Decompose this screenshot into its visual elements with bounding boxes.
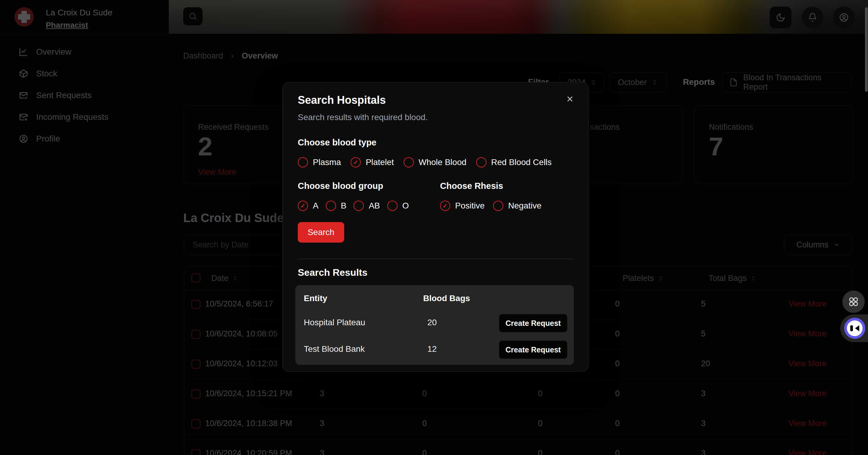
apps-grid-fab[interactable]: [842, 290, 865, 313]
radio-red-blood-cells[interactable]: ✓ Red Blood Cells: [476, 157, 552, 167]
result-entity: Hospital Plateau: [304, 318, 365, 328]
search-results-title: Search Results: [298, 267, 367, 278]
radio-circle-icon: ✓: [387, 201, 398, 211]
results-header-entity: Entity: [304, 293, 327, 303]
radio-checked-icon: ✓: [440, 201, 450, 211]
create-request-button[interactable]: Create Request: [499, 341, 567, 359]
result-blood-bags: 20: [427, 318, 437, 328]
search-results-panel: Entity Blood Bags Hospital Plateau 20 Cr…: [296, 285, 574, 365]
blood-group-label: Choose blood group: [298, 181, 383, 191]
result-entity: Test Blood Bank: [304, 344, 365, 354]
rhesis-label: Choose Rhesis: [440, 181, 503, 191]
blood-type-label: Choose blood type: [298, 138, 376, 147]
radio-label: Negative: [508, 201, 541, 210]
rhesis-options: ✓ Positive ✓ Negative: [440, 201, 541, 211]
close-icon[interactable]: [565, 94, 575, 104]
radio-circle-icon: ✓: [298, 157, 308, 167]
radio-circle-icon: ✓: [404, 157, 414, 167]
radio-plasma[interactable]: ✓ Plasma: [298, 157, 341, 167]
chat-widget-button[interactable]: [840, 314, 868, 342]
create-request-button[interactable]: Create Request: [499, 314, 567, 332]
radio-negative[interactable]: ✓ Negative: [493, 201, 541, 211]
radio-label: Plasma: [313, 158, 341, 167]
chatbot-face-icon: [844, 318, 865, 339]
radio-group-a[interactable]: ✓ A: [298, 201, 318, 211]
radio-platelet[interactable]: ✓ Platelet: [350, 157, 394, 167]
radio-group-o[interactable]: ✓ O: [387, 201, 409, 211]
results-header-blood-bags: Blood Bags: [423, 293, 470, 303]
radio-label: Positive: [455, 201, 485, 210]
modal-search-button[interactable]: Search: [298, 222, 344, 243]
result-blood-bags: 12: [427, 344, 437, 354]
radio-checked-icon: ✓: [298, 201, 308, 211]
blood-type-options: ✓ Plasma ✓ Platelet ✓ Whole Blood ✓ Red …: [298, 157, 552, 167]
radio-label: AB: [369, 201, 380, 210]
radio-whole-blood[interactable]: ✓ Whole Blood: [404, 157, 467, 167]
radio-circle-icon: ✓: [493, 201, 503, 211]
search-hospitals-modal: Search Hospitals Search results with req…: [282, 82, 589, 372]
radio-checked-icon: ✓: [350, 157, 361, 167]
app-screen: La Croix Du Sude Pharmacist Overview Sto…: [0, 0, 868, 455]
radio-label: Red Blood Cells: [491, 158, 552, 167]
radio-label: A: [313, 201, 318, 210]
clover-grid-icon: [848, 296, 859, 307]
blood-group-options: ✓ A ✓ B ✓ AB ✓ O: [298, 201, 409, 211]
radio-circle-icon: ✓: [476, 157, 487, 167]
divider: [298, 259, 574, 259]
modal-title: Search Hospitals: [298, 94, 386, 107]
page-scrollbar-thumb[interactable]: [865, 7, 868, 92]
radio-group-ab[interactable]: ✓ AB: [353, 201, 380, 211]
radio-circle-icon: ✓: [353, 201, 364, 211]
radio-label: O: [402, 201, 409, 210]
radio-circle-icon: ✓: [326, 201, 336, 211]
radio-label: Whole Blood: [418, 158, 467, 167]
modal-subtitle: Search results with required blood.: [298, 113, 428, 122]
radio-group-b[interactable]: ✓ B: [326, 201, 347, 211]
radio-label: B: [341, 201, 347, 210]
radio-positive[interactable]: ✓ Positive: [440, 201, 485, 211]
radio-label: Platelet: [366, 158, 394, 167]
